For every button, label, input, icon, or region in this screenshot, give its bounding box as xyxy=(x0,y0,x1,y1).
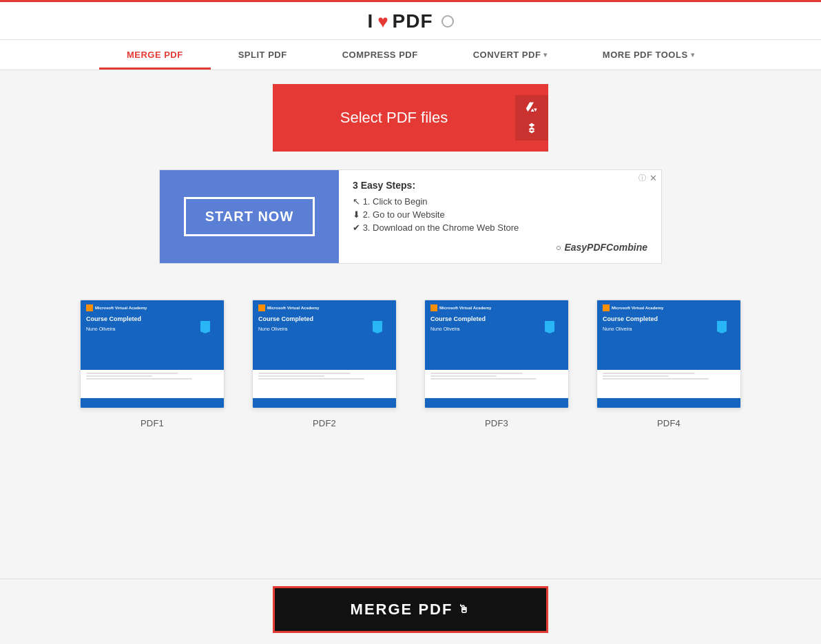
ad-info-icon[interactable]: ⓘ xyxy=(638,173,646,183)
download-icon: ⬇ xyxy=(353,209,363,220)
cert-footer-1 xyxy=(81,398,224,408)
cursor-icon: 🖱 xyxy=(458,603,470,616)
ad-step-3: ✔ 3. Download on the Chrome Web Store xyxy=(353,222,647,233)
logo-bar: I ♥ PDF xyxy=(367,2,453,39)
cloud-icons-group xyxy=(515,95,548,141)
nav-item-split-pdf[interactable]: SPLIT PDF xyxy=(211,40,315,70)
dropbox-icon[interactable] xyxy=(522,118,541,138)
cert-ribbon-3 xyxy=(545,321,554,333)
pdf-thumbnail-3[interactable]: Microsoft Virtual Academy Course Complet… xyxy=(424,300,569,408)
mva-logo-square-4 xyxy=(603,304,610,311)
mva-logo-square-1 xyxy=(86,304,93,311)
select-files-button[interactable]: Select PDF files xyxy=(273,84,548,152)
ad-container: START NOW 3 Easy Steps: ↖ 1. Click to Be… xyxy=(0,158,821,279)
header: I ♥ PDF MERGE PDF SPLIT PDF COMPRESS PDF… xyxy=(0,2,821,70)
cursor-icon: ↖ xyxy=(353,196,363,207)
logo-heart-icon: ♥ xyxy=(377,11,388,32)
select-files-label: Select PDF files xyxy=(273,109,515,127)
pdf-label-3: PDF3 xyxy=(485,418,508,428)
pdf-card-1: Microsoft Virtual Academy Course Complet… xyxy=(76,300,228,428)
cert-ribbon-1 xyxy=(200,321,210,333)
ad-banner: START NOW 3 Easy Steps: ↖ 1. Click to Be… xyxy=(159,169,662,264)
cert-footer-3 xyxy=(425,398,568,408)
merge-bar: MERGE PDF 🖱 xyxy=(0,579,821,644)
pdf-thumbnail-2[interactable]: Microsoft Virtual Academy Course Complet… xyxy=(252,300,397,408)
nav-item-merge-pdf[interactable]: MERGE PDF xyxy=(99,40,211,70)
cert-ribbon-2 xyxy=(373,321,382,333)
pdf-grid: Microsoft Virtual Academy Course Complet… xyxy=(0,279,821,442)
ad-right-panel: 3 Easy Steps: ↖ 1. Click to Begin ⬇ 2. G… xyxy=(339,170,661,263)
pdf-thumbnail-4[interactable]: Microsoft Virtual Academy Course Complet… xyxy=(596,300,741,408)
cert-footer-2 xyxy=(253,398,396,408)
logo-pdf: PDF xyxy=(393,10,433,32)
pdf-thumbnail-1[interactable]: Microsoft Virtual Academy Course Complet… xyxy=(80,300,225,408)
nav-bar: MERGE PDF SPLIT PDF COMPRESS PDF CONVERT… xyxy=(0,39,821,70)
pdf-label-4: PDF4 xyxy=(657,418,680,428)
merge-pdf-button[interactable]: MERGE PDF 🖱 xyxy=(273,586,548,633)
start-now-button[interactable]: START NOW xyxy=(184,197,315,236)
ad-step-2: ⬇ 2. Go to our Website xyxy=(353,209,647,220)
convert-pdf-arrow-icon: ▾ xyxy=(543,51,548,59)
logo-i: I xyxy=(367,10,373,32)
pdf-card-4: Microsoft Virtual Academy Course Complet… xyxy=(593,300,745,428)
cert-footer-4 xyxy=(597,398,740,408)
ad-left-panel: START NOW xyxy=(160,170,339,263)
pdf-card-2: Microsoft Virtual Academy Course Complet… xyxy=(249,300,400,428)
pdf-card-3: Microsoft Virtual Academy Course Complet… xyxy=(421,300,572,428)
check-icon: ✔ xyxy=(353,222,363,233)
nav-item-compress-pdf[interactable]: COMPRESS PDF xyxy=(315,40,446,70)
pdf-label-1: PDF1 xyxy=(141,418,164,428)
cert-ribbon-4 xyxy=(717,321,727,333)
select-bar-wrap: Select PDF files xyxy=(0,70,821,158)
ad-close-button[interactable]: ✕ xyxy=(649,173,657,183)
mva-logo-square-2 xyxy=(258,304,265,311)
google-drive-icon[interactable] xyxy=(522,98,541,117)
mva-logo-square-3 xyxy=(430,304,437,311)
settings-icon[interactable] xyxy=(441,15,454,28)
nav-item-more-tools[interactable]: MORE PDF TOOLS ▾ xyxy=(575,40,722,70)
ad-step-1: ↖ 1. Click to Begin xyxy=(353,196,647,207)
pdf-label-2: PDF2 xyxy=(313,418,336,428)
merge-pdf-label: MERGE PDF xyxy=(351,601,453,619)
nav-item-convert-pdf[interactable]: CONVERT PDF ▾ xyxy=(446,40,575,70)
easy-pdf-combine-logo: ○ EasyPDFCombine xyxy=(353,241,647,253)
more-tools-arrow-icon: ▾ xyxy=(691,51,695,59)
ad-title: 3 Easy Steps: xyxy=(353,180,647,191)
